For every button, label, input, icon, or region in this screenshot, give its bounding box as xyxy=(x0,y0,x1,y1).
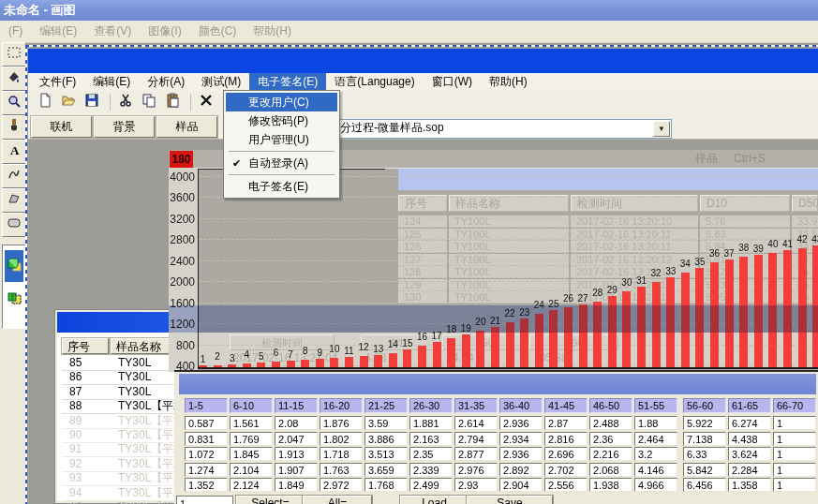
app-menu-E[interactable]: 编辑(E) xyxy=(84,73,139,91)
menu-item-A[interactable]: 自动登录(A)✔ xyxy=(226,154,337,172)
dist-cell[interactable]: 2.08 xyxy=(275,416,318,430)
bottom-button-Load[interactable]: Load xyxy=(400,496,468,504)
menu-item-C[interactable]: 更改用户(C) xyxy=(226,93,337,111)
dist-cell[interactable]: 1.561 xyxy=(230,416,273,430)
toolbar-save-button[interactable] xyxy=(82,93,102,111)
dist-cell[interactable]: 1.913 xyxy=(275,447,318,461)
dist-cell[interactable]: 7.138 xyxy=(683,432,726,446)
selection-marquee-left[interactable] xyxy=(25,45,27,504)
tool-select-rect[interactable] xyxy=(2,42,26,67)
menu-item-U[interactable]: 用户管理(U) xyxy=(226,130,337,149)
dist-cell[interactable]: 2.702 xyxy=(544,463,587,477)
dist-cell[interactable]: 2.35 xyxy=(409,447,453,461)
app-menu-M[interactable]: 测试(M) xyxy=(193,73,249,91)
dist-cell[interactable]: 1.907 xyxy=(275,463,318,477)
tool-curve[interactable] xyxy=(2,164,26,188)
paint-menu-item-3[interactable]: 图像(I) xyxy=(140,21,189,42)
dist-cell[interactable]: 2.068 xyxy=(589,463,632,477)
dist-cell[interactable]: 2.556 xyxy=(544,478,587,492)
dist-cell[interactable]: 1 xyxy=(773,478,816,492)
dist-cell[interactable]: 6.274 xyxy=(728,416,771,430)
dist-cell[interactable]: 2.36 xyxy=(589,432,632,446)
dist-cell[interactable]: 1.358 xyxy=(728,478,771,492)
dist-cell[interactable]: 2.972 xyxy=(320,478,363,492)
dist-cell[interactable]: 2.499 xyxy=(409,478,453,492)
toolbar-open-button[interactable] xyxy=(58,93,79,111)
dist-cell[interactable]: 3.59 xyxy=(364,416,408,430)
tool-brush[interactable] xyxy=(2,115,26,140)
dist-cell[interactable]: 1.763 xyxy=(320,463,363,477)
dist-cell[interactable]: 1.072 xyxy=(185,447,228,461)
chevron-down-icon[interactable]: ▼ xyxy=(653,121,670,137)
dist-cell[interactable]: 2.936 xyxy=(499,447,543,461)
app-menu-W[interactable]: 窗口(W) xyxy=(424,73,481,91)
dist-cell[interactable]: 2.93 xyxy=(454,478,498,492)
paint-menu-item-5[interactable]: 帮助(H) xyxy=(245,21,300,42)
toolbar-cut-button[interactable] xyxy=(115,93,136,111)
tool-fill[interactable] xyxy=(2,67,26,91)
paint-menu-item-0[interactable]: (F) xyxy=(0,21,31,42)
dist-cell[interactable]: 2.047 xyxy=(275,432,318,446)
option-cube-transparent[interactable] xyxy=(5,283,23,315)
dist-cell[interactable]: 5.922 xyxy=(683,416,726,430)
dist-cell[interactable]: 1.876 xyxy=(320,416,363,430)
dist-cell[interactable]: 2.284 xyxy=(728,463,771,477)
dist-cell[interactable]: 4.146 xyxy=(634,463,677,477)
dist-cell[interactable]: 2.163 xyxy=(409,432,453,446)
dist-cell[interactable]: 2.216 xyxy=(589,447,632,461)
dist-cell[interactable]: 1.274 xyxy=(185,463,228,477)
tool-rounded-rect[interactable] xyxy=(2,213,26,237)
dist-cell[interactable]: 0.831 xyxy=(185,432,228,446)
left-header-0[interactable]: 序号 xyxy=(62,338,109,354)
dist-cell[interactable]: 1.849 xyxy=(275,478,318,492)
dist-cell[interactable]: 2.904 xyxy=(499,478,543,492)
dist-cell[interactable]: 4.438 xyxy=(728,432,771,446)
dist-cell[interactable]: 3.886 xyxy=(364,432,408,446)
bottom-button-All[interactable]: All= xyxy=(303,496,372,504)
dist-cell[interactable]: 1.768 xyxy=(364,478,408,492)
dist-cell[interactable]: 1 xyxy=(773,447,816,461)
dist-cell[interactable]: 1.88 xyxy=(634,416,677,430)
dist-cell[interactable]: 1.802 xyxy=(320,432,363,446)
app-menu-Language[interactable]: 语言(Language) xyxy=(326,73,423,91)
app-button-0[interactable]: 联机 xyxy=(31,116,92,138)
dist-cell[interactable]: 1 xyxy=(773,416,816,430)
paint-menu-item-1[interactable]: 编辑(E) xyxy=(31,21,85,42)
dist-cell[interactable]: 1.938 xyxy=(589,478,632,492)
dist-cell[interactable]: 3.659 xyxy=(364,463,408,477)
dist-cell[interactable]: 1.352 xyxy=(185,478,228,492)
app-menu-F[interactable]: 文件(F) xyxy=(31,73,84,91)
app-button-2[interactable]: 样品 xyxy=(156,116,217,138)
dist-cell[interactable]: 3.513 xyxy=(364,447,408,461)
dist-cell[interactable]: 2.892 xyxy=(499,463,543,477)
bottom-button-Select[interactable]: Select= xyxy=(236,496,305,504)
menu-item-E[interactable]: 电子签名(E) xyxy=(226,177,337,196)
app-menu-H[interactable]: 帮助(H) xyxy=(481,73,536,91)
dist-cell[interactable]: 2.614 xyxy=(454,416,498,430)
bottom-button-Save[interactable]: Save xyxy=(467,496,553,504)
sop-file-combobox[interactable]: 分过程-微量样品.sop ▼ xyxy=(335,119,672,139)
toolbar-delete-button[interactable] xyxy=(196,93,216,111)
tool-polygon[interactable] xyxy=(2,188,26,213)
dist-cell[interactable]: 3.2 xyxy=(634,447,677,461)
dist-cell[interactable]: 2.696 xyxy=(544,447,587,461)
dist-cell[interactable]: 2.934 xyxy=(499,432,543,446)
dist-cell[interactable]: 2.339 xyxy=(409,463,453,477)
dist-cell[interactable]: 2.124 xyxy=(230,478,273,492)
toolbar-paste-button[interactable] xyxy=(162,93,183,111)
dist-cell[interactable]: 5.842 xyxy=(683,463,726,477)
toolbar-copy-button[interactable] xyxy=(139,93,159,111)
paint-menu-item-2[interactable]: 查看(V) xyxy=(85,21,140,42)
dist-cell[interactable]: 2.976 xyxy=(454,463,498,477)
dist-cell[interactable]: 6.456 xyxy=(683,478,726,492)
paint-title-bar[interactable]: 未命名 - 画图 xyxy=(0,0,818,21)
paint-menu-item-4[interactable]: 颜色(C) xyxy=(190,21,245,42)
dist-cell[interactable]: 2.104 xyxy=(230,463,273,477)
dist-cell[interactable]: 1 xyxy=(773,432,816,446)
dist-cell[interactable]: 3.624 xyxy=(728,447,771,461)
tool-magnifier[interactable] xyxy=(2,91,26,115)
dist-cell[interactable]: 2.488 xyxy=(589,416,632,430)
selection-marquee-top[interactable] xyxy=(25,45,818,47)
app-menu-E[interactable]: 电子签名(E) xyxy=(249,73,326,91)
dist-cell[interactable]: 1.769 xyxy=(230,432,273,446)
